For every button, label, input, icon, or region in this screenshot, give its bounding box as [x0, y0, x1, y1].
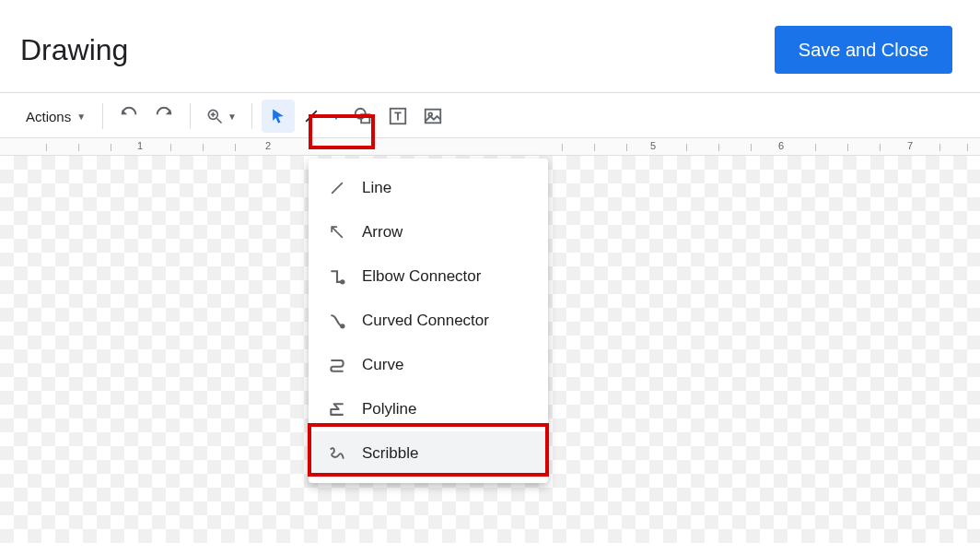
svg-line-1	[217, 119, 222, 124]
actions-menu-button[interactable]: Actions ▼	[18, 100, 93, 133]
menu-item-label: Polyline	[362, 400, 417, 418]
polyline-icon	[327, 399, 347, 419]
line-tool-menu: Line Arrow Elbow Connector Curved Connec…	[309, 159, 548, 483]
toolbar-separator	[102, 103, 103, 129]
line-tool-button[interactable]	[297, 100, 326, 133]
caret-down-icon: ▼	[76, 112, 86, 122]
horizontal-ruler: 1 2 5 6 7	[0, 137, 980, 156]
toolbar-separator	[251, 103, 252, 129]
menu-item-label: Elbow Connector	[362, 267, 481, 286]
menu-item-curve[interactable]: Curve	[309, 343, 548, 387]
menu-item-label: Line	[362, 179, 391, 197]
menu-item-scribble[interactable]: Scribble	[309, 431, 548, 476]
elbow-icon	[327, 266, 347, 287]
toolbar: Actions ▼ ▼ ▼	[0, 93, 980, 137]
textbox-icon	[388, 106, 408, 126]
line-tool-dropdown-button[interactable]: ▼	[326, 100, 344, 133]
caret-down-icon: ▼	[332, 112, 341, 122]
menu-item-polyline[interactable]: Polyline	[309, 387, 548, 431]
menu-item-line[interactable]: Line	[309, 166, 548, 210]
zoom-icon	[205, 107, 224, 125]
scribble-icon	[327, 443, 347, 464]
svg-line-10	[332, 183, 343, 194]
svg-line-11	[332, 227, 343, 238]
dialog-title: Drawing	[20, 33, 128, 67]
undo-icon	[119, 106, 139, 126]
shape-tool-button[interactable]	[346, 100, 379, 133]
shape-icon	[353, 106, 373, 126]
line-icon	[327, 178, 347, 198]
svg-line-4	[306, 111, 317, 122]
redo-button[interactable]	[147, 100, 181, 133]
curve-icon	[327, 355, 347, 375]
menu-item-label: Curve	[362, 356, 403, 374]
toolbar-separator	[190, 103, 191, 129]
line-icon	[302, 107, 321, 125]
textbox-tool-button[interactable]	[381, 100, 414, 133]
ruler-number: 1	[137, 140, 143, 151]
curved-connector-icon	[327, 311, 347, 331]
svg-point-13	[341, 324, 344, 327]
menu-item-elbow-connector[interactable]: Elbow Connector	[309, 254, 548, 299]
image-tool-button[interactable]	[416, 100, 449, 133]
cursor-icon	[269, 107, 287, 125]
dialog-header: Drawing Save and Close	[0, 0, 980, 92]
save-and-close-button[interactable]: Save and Close	[775, 26, 952, 74]
menu-item-label: Arrow	[362, 223, 402, 242]
menu-item-label: Curved Connector	[362, 312, 489, 330]
select-tool-button[interactable]	[262, 100, 295, 133]
ruler-number: 2	[265, 140, 271, 151]
menu-item-arrow[interactable]: Arrow	[309, 210, 548, 254]
menu-item-label: Scribble	[362, 444, 418, 463]
arrow-icon	[327, 222, 347, 242]
ruler-number: 6	[778, 140, 784, 151]
zoom-button[interactable]: ▼	[200, 100, 242, 133]
menu-item-curved-connector[interactable]: Curved Connector	[309, 299, 548, 343]
image-icon	[423, 106, 443, 126]
undo-button[interactable]	[112, 100, 146, 133]
ruler-number: 7	[907, 140, 913, 151]
svg-point-12	[341, 280, 344, 283]
actions-label: Actions	[26, 109, 71, 124]
ruler-number: 5	[650, 140, 656, 151]
redo-icon	[154, 106, 174, 126]
caret-down-icon: ▼	[228, 112, 237, 122]
